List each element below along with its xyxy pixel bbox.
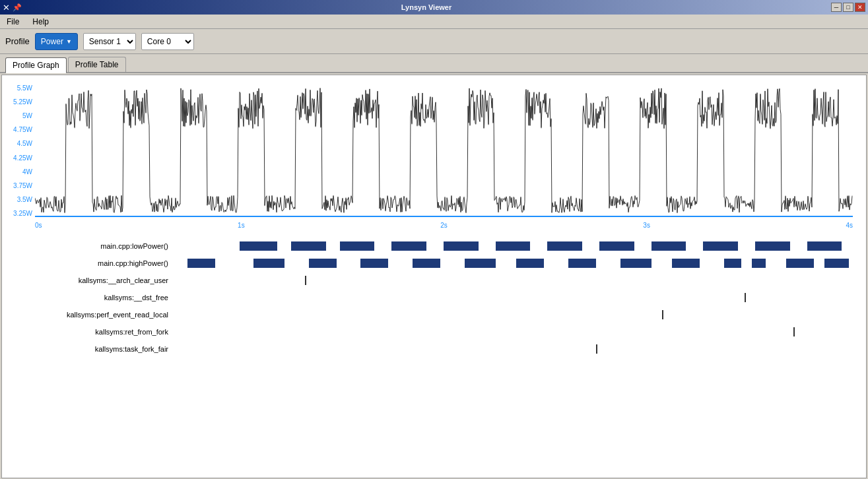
- timeline-row: kallsyms:__dst_free: [2, 290, 866, 305]
- timeline-row: kallsyms:perf_event_read_local: [2, 307, 866, 322]
- timeline-bar: [755, 241, 789, 251]
- timeline-track: [174, 276, 866, 285]
- y-label-8: 5.25W: [13, 99, 32, 106]
- x-label-2: 2s: [440, 222, 448, 229]
- main-content: 3.25W 3.5W 3.75W 4W 4.25W 4.5W 4.75W 5W …: [1, 75, 867, 478]
- timeline-dot: [662, 310, 663, 319]
- timeline-bar: [620, 259, 651, 268]
- timeline-track: [174, 310, 866, 319]
- timeline-bar: [291, 241, 325, 251]
- power-dropdown[interactable]: Power ▼: [35, 33, 78, 50]
- tab-profile-table[interactable]: Profile Table: [68, 57, 126, 72]
- timeline-bar: [391, 241, 426, 251]
- timeline-bar: [340, 241, 374, 251]
- timeline-row-label: kallsyms:ret_from_fork: [2, 328, 174, 336]
- timeline-row-label: kallsyms:__arch_clear_user: [2, 276, 174, 284]
- timeline-bar: [240, 241, 278, 251]
- y-label-7: 5W: [22, 113, 32, 119]
- core-select[interactable]: Core 0: [141, 33, 194, 50]
- timeline-track: [174, 259, 866, 268]
- timeline-bar: [516, 259, 544, 268]
- timeline-dot: [305, 276, 306, 285]
- timeline-bar: [786, 259, 814, 268]
- timeline-row: kallsyms:task_fork_fair: [2, 342, 866, 356]
- x-label-0: 0s: [35, 222, 42, 229]
- timeline-bar: [599, 241, 634, 251]
- x-label-1: 1s: [238, 222, 245, 229]
- sensor-select[interactable]: Sensor 1: [83, 33, 136, 50]
- timeline-dot: [596, 344, 597, 354]
- timeline-row: main.cpp:lowPower(): [2, 239, 866, 253]
- timeline-bar: [413, 259, 440, 268]
- minimize-button[interactable]: ─: [831, 3, 842, 12]
- profile-chart: [35, 85, 853, 216]
- power-dropdown-arrow: ▼: [66, 38, 72, 45]
- graph-area: 3.25W 3.5W 3.75W 4W 4.25W 4.5W 4.75W 5W …: [2, 75, 866, 356]
- title-bar: ✕ 📌 Lynsyn Viewer ─ □ ✕: [0, 0, 868, 15]
- y-label-3: 4W: [22, 169, 32, 176]
- timeline-track: [174, 327, 866, 336]
- timeline-bar: [465, 259, 496, 268]
- timeline-dot: [745, 293, 746, 302]
- timeline-bar: [309, 259, 337, 268]
- timeline-bar: [360, 259, 388, 268]
- timeline-bar: [724, 259, 741, 268]
- y-label-5: 4.5W: [17, 141, 32, 147]
- timeline-bar: [253, 259, 284, 268]
- timeline-bar: [703, 241, 737, 251]
- y-label-1: 3.5W: [17, 197, 32, 203]
- menu-file[interactable]: File: [3, 16, 23, 28]
- timeline-row-label: main.cpp:highPower(): [2, 259, 174, 267]
- timeline-bar: [547, 241, 582, 251]
- profile-label: Profile: [5, 36, 30, 46]
- window-title: Lynsyn Viewer: [22, 3, 831, 11]
- timeline-bar: [672, 259, 700, 268]
- timeline-track: [174, 344, 866, 354]
- y-label-9: 5.5W: [17, 85, 32, 92]
- y-label-4: 4.25W: [13, 155, 32, 162]
- timeline-bar: [187, 259, 215, 268]
- timeline-row: main.cpp:highPower(): [2, 256, 866, 271]
- timeline-dot: [793, 327, 795, 336]
- timeline-row-label: main.cpp:lowPower(): [2, 242, 174, 250]
- toolbar: Profile Power ▼ Sensor 1 Core 0: [0, 29, 868, 54]
- timeline-bar: [568, 259, 596, 268]
- timeline-row-label: kallsyms:task_fork_fair: [2, 345, 174, 353]
- x-label-4: 4s: [846, 222, 853, 229]
- timeline-bar: [824, 259, 849, 268]
- timeline-bar: [651, 241, 686, 251]
- tab-profile-graph[interactable]: Profile Graph: [5, 57, 67, 73]
- timeline-row-label: kallsyms:__dst_free: [2, 294, 174, 302]
- timeline-section: main.cpp:lowPower()main.cpp:highPower()k…: [2, 234, 866, 356]
- app-icon: ✕: [3, 3, 10, 13]
- y-label-0: 3.25W: [13, 210, 32, 217]
- x-label-3: 3s: [643, 222, 650, 229]
- y-label-6: 4.75W: [13, 127, 32, 133]
- tabs-bar: Profile Graph Profile Table: [0, 54, 868, 73]
- timeline-bar: [752, 259, 766, 268]
- timeline-bar: [807, 241, 842, 251]
- close-button[interactable]: ✕: [855, 3, 865, 12]
- timeline-row: kallsyms:ret_from_fork: [2, 325, 866, 339]
- timeline-track: [174, 293, 866, 302]
- menu-bar: File Help: [0, 15, 868, 29]
- menu-help[interactable]: Help: [28, 16, 53, 28]
- timeline-row: kallsyms:__arch_clear_user: [2, 273, 866, 288]
- maximize-button[interactable]: □: [843, 3, 853, 12]
- timeline-row-label: kallsyms:perf_event_read_local: [2, 311, 174, 319]
- pin-icon: 📌: [13, 3, 22, 12]
- timeline-track: [174, 241, 866, 251]
- timeline-bar: [496, 241, 530, 251]
- y-label-2: 3.75W: [13, 183, 32, 189]
- timeline-bar: [444, 241, 478, 251]
- power-dropdown-label: Power: [41, 37, 63, 46]
